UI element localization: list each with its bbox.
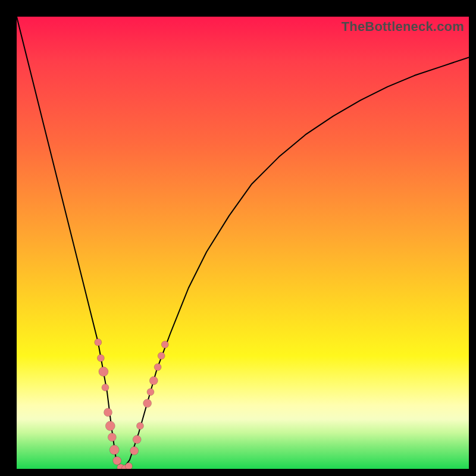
chart-plot-area: TheBottleneck.com: [17, 17, 469, 469]
curve-marker: [108, 433, 116, 441]
curve-marker: [105, 421, 115, 431]
curve-marker: [158, 352, 165, 359]
curve-marker: [154, 364, 161, 371]
curve-marker: [95, 339, 102, 346]
curve-marker: [143, 399, 152, 408]
curve-marker: [102, 384, 109, 391]
chart-frame: TheBottleneck.com: [0, 0, 476, 476]
curve-marker: [147, 389, 154, 396]
curve-marker: [117, 464, 124, 469]
watermark-text: TheBottleneck.com: [342, 19, 464, 35]
curve-marker: [125, 462, 132, 469]
curve-marker: [161, 341, 168, 348]
curve-marker: [136, 422, 143, 430]
curve-marker: [149, 377, 158, 385]
curve-marker: [104, 408, 112, 416]
curve-marker: [133, 436, 141, 444]
marker-group: [95, 339, 168, 469]
chart-svg: [17, 17, 469, 469]
curve-marker: [130, 447, 139, 455]
curve-marker: [121, 465, 129, 469]
curve-marker: [109, 445, 119, 455]
curve-marker: [113, 456, 121, 465]
curve-marker: [97, 355, 104, 362]
bottleneck-curve: [17, 17, 469, 469]
curve-marker: [99, 367, 108, 377]
